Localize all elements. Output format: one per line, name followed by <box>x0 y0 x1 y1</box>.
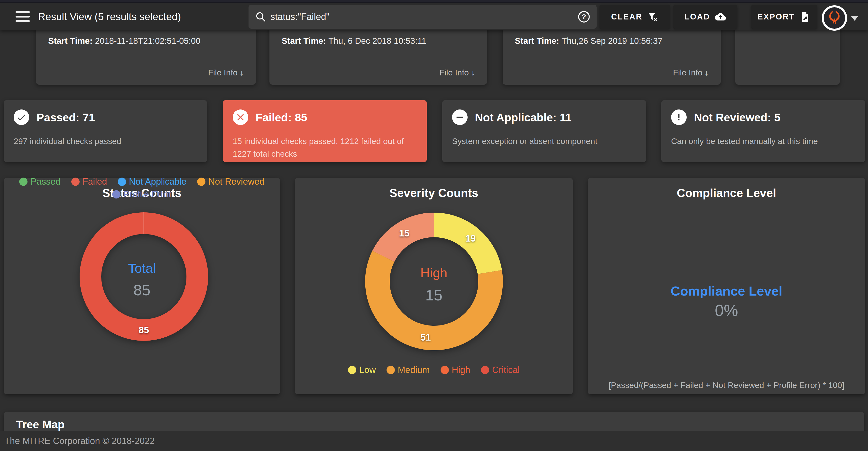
help-icon[interactable]: ? <box>578 10 590 23</box>
compliance-level-title: Compliance Level <box>588 186 865 200</box>
passed-card-title: Passed: 71 <box>36 111 95 124</box>
not-applicable-card[interactable]: Not Applicable: 11 System exception or a… <box>442 100 646 162</box>
status-counts-card: Status Counts 85 Total 85 PassedFailedNo… <box>4 178 280 394</box>
donut-center-label: Total <box>4 261 280 276</box>
legend-label: Not Applicable <box>129 176 187 187</box>
start-time-label: Start Time: <box>282 36 326 45</box>
failed-card[interactable]: Failed: 85 15 individual checks passed, … <box>223 100 427 162</box>
clear-button-label: CLEAR <box>611 12 643 22</box>
severity-legend: LowMediumHighCritical <box>305 365 563 375</box>
legend-dot <box>481 366 489 374</box>
legend-label: Not Reviewed <box>208 176 265 187</box>
compliance-formula: [Passed/(Passed + Failed + Not Reviewed … <box>588 381 865 390</box>
legend-item-critical[interactable]: Critical <box>481 365 520 375</box>
severity-counts-card: Severity Counts 195115 High 15 LowMedium… <box>295 178 573 394</box>
legend-label: Passed <box>30 176 60 187</box>
not-applicable-card-title: Not Applicable: 11 <box>475 111 571 124</box>
search-input[interactable] <box>271 12 578 22</box>
file-info-label: File Info <box>673 68 703 77</box>
legend-item-not-reviewed[interactable]: Not Reviewed <box>197 176 265 187</box>
search-icon <box>255 11 267 23</box>
legend-item-low[interactable]: Low <box>348 365 376 375</box>
compliance-level-label: Compliance Level <box>588 283 865 298</box>
file-info-link[interactable]: File Info ↓ <box>673 68 709 77</box>
load-button[interactable]: LOAD <box>673 5 737 29</box>
not-reviewed-card-subtitle: Can only be tested manually at this time <box>671 135 818 148</box>
file-export-icon <box>800 11 811 22</box>
footer: The MITRE Corporation © 2018-2022 <box>0 431 868 451</box>
start-time-value: Thu,26 Sep 2019 10:56:37 <box>562 36 662 45</box>
arrow-down-icon: ↓ <box>240 68 244 77</box>
export-button-label: EXPORT <box>757 12 795 22</box>
start-time-label: Start Time: <box>48 36 93 45</box>
load-button-label: LOAD <box>684 12 710 22</box>
donut-center-label: High <box>295 265 573 280</box>
passed-card-subtitle: 297 individual checks passed <box>13 135 121 148</box>
close-circle-icon <box>233 109 248 125</box>
legend-label: High <box>452 365 470 375</box>
start-time-label: Start Time: <box>515 36 559 45</box>
legend-item-passed[interactable]: Passed <box>19 176 60 187</box>
compliance-level-card: Compliance Level Compliance Level 0% [Pa… <box>588 178 865 394</box>
legend-dot <box>348 366 356 374</box>
svg-text:?: ? <box>582 13 586 21</box>
arrow-down-icon: ↓ <box>471 68 475 77</box>
file-info-label: File Info <box>439 68 469 77</box>
donut-center-value: 85 <box>4 281 280 299</box>
minus-circle-icon <box>452 109 468 125</box>
footer-copyright: The MITRE Corporation © 2018-2022 <box>4 436 155 446</box>
start-time-line: Start Time:Thu, 6 Dec 2018 10:53:11 <box>282 36 426 46</box>
cloud-upload-icon <box>715 11 726 22</box>
not-reviewed-card[interactable]: Not Reviewed: 5 Can only be tested manua… <box>661 100 865 162</box>
clear-button[interactable]: CLEAR <box>599 5 670 29</box>
compliance-level-value: 0% <box>588 301 865 320</box>
not-applicable-card-subtitle: System exception or absent component <box>452 135 597 148</box>
legend-item-high[interactable]: High <box>441 365 470 375</box>
file-info-link[interactable]: File Info ↓ <box>208 68 244 77</box>
export-button[interactable]: EXPORT <box>751 5 817 29</box>
legend-dot <box>197 178 206 186</box>
legend-dot <box>386 366 395 374</box>
legend-item-medium[interactable]: Medium <box>386 365 430 375</box>
donut-center-value: 15 <box>295 286 573 304</box>
legend-label: Medium <box>398 365 430 375</box>
legend-dot <box>441 366 449 374</box>
filter-clear-icon <box>647 11 658 22</box>
alert-circle-icon <box>671 109 687 125</box>
search-bar: ? <box>249 5 597 29</box>
failed-card-subtitle: 15 individual checks passed, 1212 failed… <box>233 135 413 160</box>
legend-dot <box>19 178 28 186</box>
file-info-label: File Info <box>208 68 238 77</box>
page-title: Result View (5 results selected) <box>38 3 181 30</box>
heimdall-logo-icon <box>825 9 844 27</box>
menu-icon[interactable] <box>16 11 30 22</box>
legend-label: Low <box>359 365 376 375</box>
legend-label: Critical <box>492 365 520 375</box>
start-time-value: Thu, 6 Dec 2018 10:53:11 <box>328 36 426 45</box>
legend-dot <box>118 178 126 186</box>
legend-label: Failed <box>83 176 107 187</box>
status-legend: PassedFailedNot ApplicableNot ReviewedPr… <box>13 176 270 199</box>
check-circle-icon <box>13 109 29 125</box>
avatar[interactable] <box>822 5 847 31</box>
legend-dot <box>112 190 121 198</box>
tree-map-title: Tree Map <box>16 418 64 431</box>
arrow-down-icon: ↓ <box>705 68 709 77</box>
file-info-link[interactable]: File Info ↓ <box>439 68 475 77</box>
failed-card-title: Failed: 85 <box>255 111 307 124</box>
not-reviewed-card-title: Not Reviewed: 5 <box>694 111 780 124</box>
legend-item-failed[interactable]: Failed <box>71 176 107 187</box>
app-bar: Result View (5 results selected) ? CLEAR… <box>0 3 868 30</box>
window-top-strip <box>0 0 868 3</box>
legend-label: Profile Error <box>123 189 172 199</box>
chevron-down-icon[interactable] <box>851 16 858 21</box>
passed-card[interactable]: Passed: 71 297 individual checks passed <box>4 100 207 162</box>
legend-item-profile-error[interactable]: Profile Error <box>112 189 172 199</box>
slice-value-label: 19 <box>465 233 476 244</box>
slice-value-label: 85 <box>139 325 149 335</box>
legend-item-not-applicable[interactable]: Not Applicable <box>118 176 187 187</box>
slice-value-label: 51 <box>421 332 431 343</box>
start-time-value: 2018-11-18T21:02:51-05:00 <box>95 36 200 45</box>
start-time-line: Start Time:Thu,26 Sep 2019 10:56:37 <box>515 36 662 46</box>
start-time-line: Start Time:2018-11-18T21:02:51-05:00 <box>48 36 200 46</box>
